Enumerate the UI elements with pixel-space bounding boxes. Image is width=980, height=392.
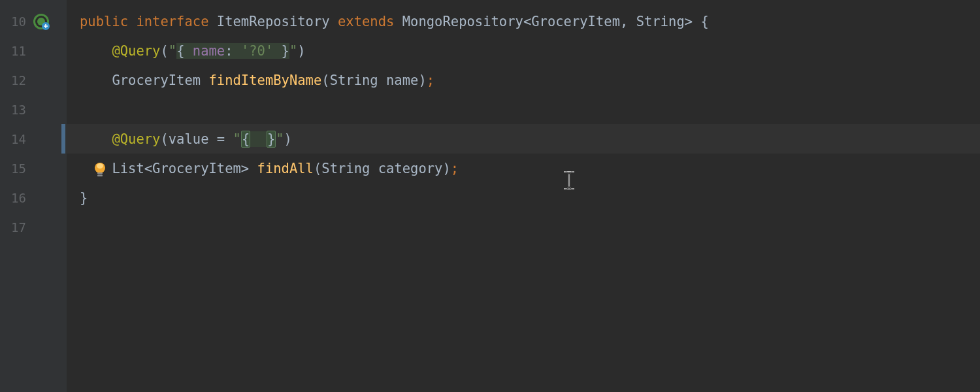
line-number: 12 xyxy=(0,73,26,88)
line-number: 11 xyxy=(0,44,26,58)
return-type: List xyxy=(112,161,144,176)
line-number: 10 xyxy=(0,14,26,29)
code-line[interactable] xyxy=(67,212,980,242)
line-number: 16 xyxy=(0,191,26,205)
gutter-row[interactable]: 10 xyxy=(0,7,67,36)
keyword-extends: extends xyxy=(338,14,394,29)
gutter-row[interactable]: 12 xyxy=(0,65,67,95)
gutter-row[interactable]: 15 xyxy=(0,154,67,183)
method-name: findItemByName xyxy=(208,73,321,88)
code-editor[interactable]: public interface ItemRepository extends … xyxy=(67,0,980,392)
annotation: @Query xyxy=(112,43,160,59)
code-line[interactable] xyxy=(67,95,980,124)
gutter-row[interactable]: 11 xyxy=(0,36,67,65)
return-type: GroceryItem xyxy=(112,73,201,88)
code-line[interactable]: @Query("{ name: '?0' }") xyxy=(67,36,980,65)
mongo-query-injection: { } xyxy=(241,131,276,147)
code-line[interactable]: List<GroceryItem> findAll(String categor… xyxy=(67,154,980,183)
line-number: 15 xyxy=(0,161,26,176)
vcs-modified-indicator[interactable] xyxy=(61,124,65,154)
keyword-interface: interface xyxy=(136,14,208,29)
gutter-row[interactable]: 13 xyxy=(0,95,67,124)
line-number: 14 xyxy=(0,132,26,146)
line-number: 13 xyxy=(0,103,26,117)
mongo-query-injection: { name: '?0' } xyxy=(176,43,289,59)
supertype-name: MongoRepository xyxy=(402,14,523,29)
code-line-current[interactable]: @Query(value = "{ }") xyxy=(67,124,980,154)
generic-type: GroceryItem xyxy=(531,14,620,29)
code-line[interactable]: public interface ItemRepository extends … xyxy=(67,7,980,36)
generic-type: String xyxy=(636,14,685,29)
interface-icon[interactable] xyxy=(29,13,67,30)
gutter-row[interactable]: 14 xyxy=(0,124,67,154)
line-number: 17 xyxy=(0,220,26,235)
keyword-public: public xyxy=(80,14,128,29)
gutter-row[interactable]: 16 xyxy=(0,183,67,212)
code-line[interactable]: GroceryItem findItemByName(String name); xyxy=(67,65,980,95)
type-name: ItemRepository xyxy=(217,14,330,29)
annotation-attr: value = xyxy=(169,131,233,147)
method-name: findAll xyxy=(249,161,314,176)
editor-gutter: 10 11 12 13 14 15 16 17 xyxy=(0,0,67,392)
code-line[interactable]: } xyxy=(67,183,980,212)
gutter-row[interactable]: 17 xyxy=(0,212,67,242)
